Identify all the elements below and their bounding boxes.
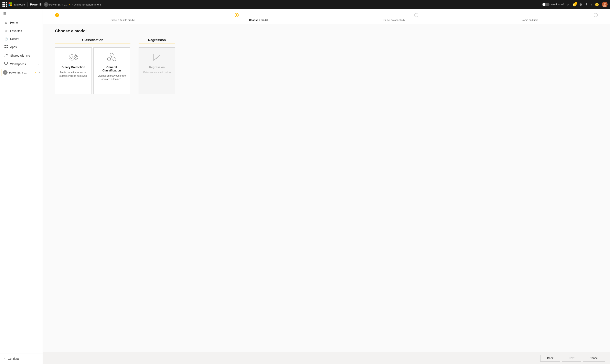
binary-prediction-card[interactable]: / Binary Prediction Predict whether or n… <box>55 47 92 94</box>
sidebar-item-home-label: Home <box>10 21 18 24</box>
sidebar: ☰ ⌂ Home ☆ Favorites › 🕐 Recent › Apps S… <box>0 9 43 364</box>
svg-rect-3 <box>4 45 6 46</box>
svg-point-8 <box>7 54 8 55</box>
new-look-label: New look off <box>551 3 564 6</box>
progress-filled <box>55 15 234 15</box>
feedback-icon[interactable]: 🙂 <box>595 3 599 7</box>
regression-cards: Regression Estimate a numeric value <box>139 47 175 94</box>
svg-rect-5 <box>4 47 6 48</box>
breadcrumb: AI Power BI AI q... ❖ › Online Shoppers … <box>44 2 541 7</box>
waffle-menu-button[interactable] <box>2 2 7 7</box>
workspaces-icon <box>4 62 8 66</box>
sidebar-item-recent[interactable]: 🕐 Recent › <box>1 35 42 42</box>
svg-rect-10 <box>5 65 7 65</box>
regression-card: Regression Estimate a numeric value <box>139 47 175 94</box>
svg-point-16 <box>110 53 113 56</box>
shared-icon <box>4 53 8 58</box>
binary-prediction-desc: Predict whether or not an outcome will b… <box>58 71 88 78</box>
topnav-right: New look off ⤢ 🔔 1 ⚙ ⬇ ? 🙂 <box>542 2 608 7</box>
sidebar-item-shared-label: Shared with me <box>10 54 30 57</box>
svg-rect-9 <box>4 62 8 64</box>
step-label-3: Select data to study <box>327 19 462 22</box>
cancel-button[interactable]: Cancel <box>583 355 605 362</box>
new-look-toggle[interactable]: New look off <box>542 3 564 6</box>
workspace-diamond-icon: ❖ <box>35 71 37 74</box>
workspace-avatar: AI <box>44 2 49 7</box>
svg-point-1 <box>604 3 606 5</box>
main-content: ✓ Select a field to predict Choose a mod… <box>43 9 610 364</box>
sidebar-item-apps-label: Apps <box>10 45 17 49</box>
sidebar-item-apps[interactable]: Apps <box>1 43 42 51</box>
recent-chevron: › <box>38 38 39 40</box>
regression-icon <box>151 52 163 63</box>
microsoft-label: Microsoft <box>14 3 25 6</box>
workspaces-chevron: › <box>38 63 39 65</box>
sidebar-item-shared[interactable]: Shared with me <box>1 52 42 60</box>
general-classification-title: General Classification <box>97 65 126 72</box>
workspace-breadcrumb[interactable]: AI Power BI AI q... <box>44 2 68 7</box>
brand-area: Microsoft Power BI <box>9 2 42 7</box>
breadcrumb-diamond: ❖ <box>69 3 70 6</box>
sidebar-item-get-data[interactable]: ↗ Get data <box>0 355 42 362</box>
general-classification-card[interactable]: General Classification Distinguish betwe… <box>93 47 130 94</box>
svg-rect-6 <box>7 47 8 48</box>
sidebar-item-recent-label: Recent <box>10 37 19 40</box>
sidebar-item-favorites-label: Favorites <box>10 29 22 33</box>
notification-badge: 1 <box>575 2 577 5</box>
sidebar-item-home[interactable]: ⌂ Home <box>1 19 42 26</box>
sidebar-toggle[interactable]: ☰ <box>0 9 42 19</box>
expand-icon[interactable]: ⤢ <box>567 3 569 6</box>
classification-section: Classification / <box>55 38 130 94</box>
top-navigation: Microsoft Power BI AI Power BI AI q... ❖… <box>0 0 610 9</box>
step-node-1: ✓ <box>55 13 59 17</box>
sidebar-item-workspaces[interactable]: Workspaces › <box>1 60 42 68</box>
progress-labels: Select a field to predict Choose a model… <box>55 19 598 22</box>
user-avatar[interactable] <box>602 2 608 7</box>
step-node-2 <box>235 13 239 17</box>
settings-icon[interactable]: ⚙ <box>579 3 582 7</box>
sidebar-workspace-item[interactable]: AI Power BI AI q... ❖ ∨ <box>1 69 42 76</box>
sidebar-item-favorites[interactable]: ☆ Favorites › <box>1 27 42 35</box>
help-icon[interactable]: ? <box>590 3 592 6</box>
home-icon: ⌂ <box>4 21 8 25</box>
workspace-chevron: ∨ <box>39 71 40 74</box>
step-label-1: Select a field to predict <box>55 19 191 22</box>
step-node-4 <box>594 13 598 17</box>
back-button[interactable]: Back <box>540 355 560 362</box>
svg-point-2 <box>603 5 606 7</box>
svg-rect-4 <box>7 45 8 46</box>
get-data-icon: ↗ <box>3 357 6 360</box>
toggle-switch[interactable] <box>542 3 550 6</box>
sidebar-item-get-data-label: Get data <box>8 357 19 360</box>
favorites-icon: ☆ <box>4 29 8 33</box>
binary-prediction-title: Binary Prediction <box>62 65 85 69</box>
next-button[interactable]: Next <box>562 355 581 362</box>
general-classification-desc: Distinguish between three or more outcom… <box>97 74 126 81</box>
step-node-3 <box>414 13 418 17</box>
wizard-progress: ✓ Select a field to predict Choose a mod… <box>43 9 610 24</box>
workspace-item-avatar: AI <box>3 70 8 75</box>
favorites-chevron: › <box>38 30 39 32</box>
powerbi-label: Power BI <box>30 3 42 6</box>
sidebar-bottom: ↗ Get data <box>0 353 42 364</box>
svg-point-7 <box>5 54 6 55</box>
sidebar-item-workspaces-label: Workspaces <box>10 63 26 66</box>
regression-section: Regression <box>139 38 175 94</box>
download-icon[interactable]: ⬇ <box>585 3 588 6</box>
classification-cards: / Binary Prediction Predict whether or n… <box>55 47 130 94</box>
svg-point-11 <box>69 54 75 60</box>
model-categories: Classification / <box>55 38 598 94</box>
recent-icon: 🕐 <box>4 38 8 40</box>
regression-title: Regression <box>149 65 165 69</box>
apps-icon <box>4 45 8 49</box>
general-classification-icon <box>106 52 117 63</box>
breadcrumb-page: Online Shoppers Intent <box>74 3 101 6</box>
breadcrumb-arrow: › <box>72 3 72 6</box>
step-label-4: Name and train <box>462 19 598 22</box>
regression-desc: Estimate a numeric value <box>143 71 171 74</box>
workspace-name: Power BI AI q... <box>49 3 68 6</box>
page-body: Choose a model Classification / <box>43 24 610 352</box>
regression-label: Regression <box>139 38 175 44</box>
notifications-button[interactable]: 🔔 1 <box>572 3 576 7</box>
binary-prediction-icon: / <box>68 52 79 63</box>
